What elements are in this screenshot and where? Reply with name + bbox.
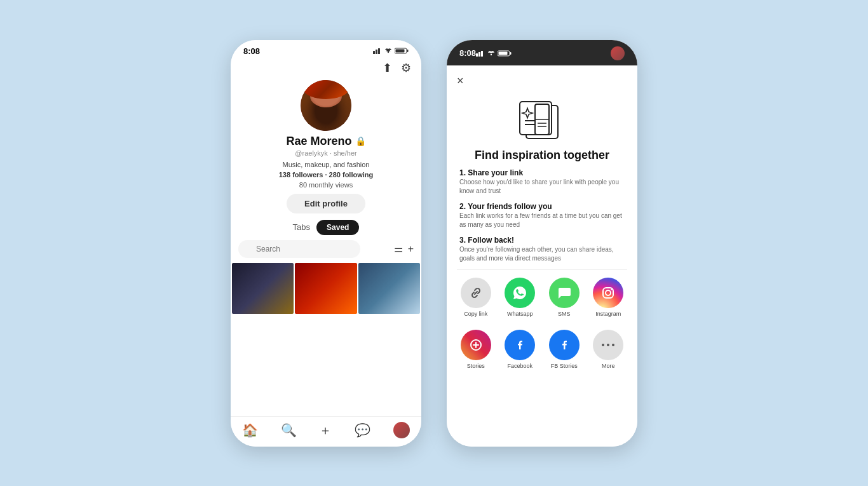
share-copy-link[interactable]: Copy link <box>457 278 495 317</box>
svg-rect-1 <box>376 50 377 54</box>
share-instagram[interactable]: Instagram <box>590 278 628 317</box>
sms-icon <box>549 278 580 308</box>
nav-home-icon[interactable]: 🏠 <box>242 422 258 438</box>
status-icons-2 <box>476 50 512 57</box>
steps-list: 1. Share your link Choose how you'd like… <box>447 168 637 269</box>
phone-profile: 8:08 ⬆ ⚙ <box>231 40 421 447</box>
more-label: More <box>602 363 615 369</box>
svg-point-29 <box>607 344 609 346</box>
sms-label: SMS <box>558 311 571 317</box>
status-icons-1 <box>373 48 409 54</box>
step-2-title: 2. Your friends follow you <box>459 202 625 211</box>
facebook-icon <box>505 330 535 360</box>
share-grid-row2: Stories Facebook FB Stories <box>447 322 637 374</box>
svg-rect-8 <box>478 52 480 57</box>
avatar <box>301 80 351 131</box>
step-2-desc: Each link works for a few friends at a t… <box>459 212 625 229</box>
grid-image-1[interactable] <box>232 263 294 314</box>
settings-icon[interactable]: ⚙ <box>401 61 411 75</box>
facebook-label: Facebook <box>507 363 532 369</box>
profile-screen: ⬆ ⚙ Rae Moreno 🔒 @raelykyk · she/her Mus… <box>231 58 421 416</box>
whatsapp-label: Whatsapp <box>507 311 533 317</box>
step-1-title: 1. Share your link <box>459 168 625 177</box>
grid-image-2[interactable] <box>295 263 356 314</box>
step-3-desc: Once you're following each other, you ca… <box>459 245 625 263</box>
status-bar-2: 8:08 <box>447 40 637 65</box>
share-fb-stories[interactable]: FB Stories <box>545 330 583 369</box>
search-row: 🔍 ⚌ + <box>231 240 421 258</box>
svg-rect-7 <box>476 53 478 57</box>
svg-point-10 <box>491 53 492 55</box>
share-grid-row1: Copy link Whatsapp SMS <box>447 270 637 322</box>
share-sheet: × Find inspiration together <box>447 65 637 447</box>
svg-point-3 <box>388 51 389 53</box>
share-sms[interactable]: SMS <box>545 278 583 317</box>
status-time-1: 8:08 <box>243 46 260 56</box>
fb-stories-icon <box>549 330 580 360</box>
step-1-desc: Choose how you'd like to share your link… <box>459 178 625 196</box>
fb-stories-label: FB Stories <box>551 363 578 369</box>
nav-messages-icon[interactable]: 💬 <box>355 422 370 438</box>
svg-point-28 <box>602 344 604 346</box>
step-3: 3. Follow back! Once you're following ea… <box>459 236 625 263</box>
saved-pill[interactable]: Saved <box>316 220 359 235</box>
step-1: 1. Share your link Choose how you'd like… <box>459 168 625 196</box>
share-whatsapp[interactable]: Whatsapp <box>501 278 539 317</box>
sheet-header: × <box>447 65 637 91</box>
grid-image-3[interactable] <box>358 263 420 314</box>
search-wrap: 🔍 <box>238 240 389 258</box>
image-grid <box>231 263 421 314</box>
more-icon <box>593 330 623 360</box>
filter-icon[interactable]: ⚌ <box>394 243 403 255</box>
svg-point-23 <box>606 290 611 295</box>
whatsapp-icon <box>505 278 535 308</box>
profile-top-icons: ⬆ ⚙ <box>231 58 421 75</box>
nav-search-icon[interactable]: 🔍 <box>281 422 297 438</box>
svg-rect-6 <box>407 50 409 52</box>
add-icon[interactable]: + <box>408 243 414 255</box>
bottom-nav: 🏠 🔍 ＋ 💬 <box>231 416 421 447</box>
svg-rect-9 <box>481 51 483 57</box>
profile-stats: 138 followers · 280 following <box>279 171 374 179</box>
svg-rect-13 <box>510 52 512 55</box>
tabs-row: Tabs Saved <box>293 220 360 235</box>
share-icon[interactable]: ⬆ <box>383 61 392 75</box>
edit-profile-button[interactable]: Edit profile <box>287 194 365 213</box>
svg-rect-0 <box>373 51 375 54</box>
copy-link-icon <box>461 278 491 308</box>
svg-point-24 <box>611 288 613 290</box>
svg-rect-2 <box>378 48 380 54</box>
stories-icon <box>461 330 491 360</box>
step-2: 2. Your friends follow you Each link wor… <box>459 202 625 229</box>
lock-icon: 🔒 <box>355 136 366 146</box>
nav-avatar[interactable] <box>393 422 410 438</box>
search-input[interactable] <box>238 240 360 258</box>
phone-share: 8:08 × <box>447 40 637 447</box>
status-time-2: 8:08 <box>459 48 476 58</box>
svg-rect-12 <box>499 51 508 55</box>
share-facebook[interactable]: Facebook <box>501 330 539 369</box>
nav-add-icon[interactable]: ＋ <box>319 422 332 439</box>
instagram-icon <box>593 278 623 308</box>
share-more[interactable]: More <box>590 330 628 369</box>
profile-bio: Music, makeup, and fashion <box>283 161 370 168</box>
step-3-title: 3. Follow back! <box>459 236 625 245</box>
svg-point-30 <box>612 344 614 346</box>
top-avatar <box>611 46 625 60</box>
copy-link-label: Copy link <box>464 311 487 317</box>
stories-label: Stories <box>467 363 485 369</box>
tabs-label: Tabs <box>293 222 310 232</box>
share-stories[interactable]: Stories <box>457 330 495 369</box>
close-button[interactable]: × <box>457 74 464 88</box>
svg-rect-5 <box>396 50 405 53</box>
profile-views: 80 monthly views <box>299 181 353 189</box>
illustration <box>447 91 637 149</box>
instagram-label: Instagram <box>595 311 621 317</box>
status-bar-1: 8:08 <box>231 40 421 58</box>
profile-name: Rae Moreno 🔒 <box>286 135 365 148</box>
sheet-title: Find inspiration together <box>447 149 637 168</box>
profile-handle: @raelykyk · she/her <box>295 149 356 157</box>
